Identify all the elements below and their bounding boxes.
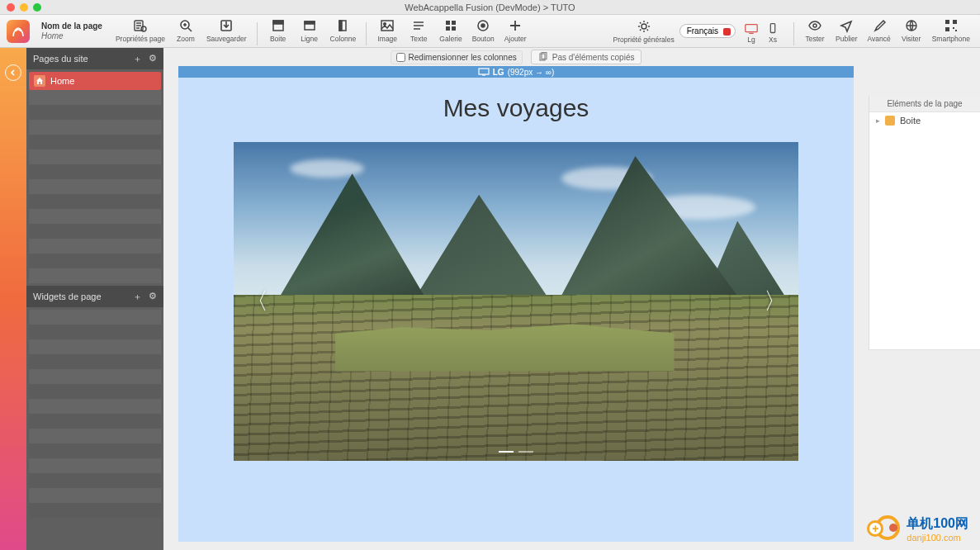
publish-icon: [839, 18, 854, 33]
svg-rect-27: [953, 27, 954, 29]
widgets-empty-rows: [29, 310, 161, 518]
svg-point-12: [384, 23, 386, 26]
svg-point-22: [813, 24, 817, 27]
svg-rect-8: [305, 21, 315, 24]
breakpoint-ruler[interactable]: LG (992px → ∞): [178, 66, 854, 78]
qr-icon: [944, 18, 959, 33]
box-element-icon: [885, 116, 895, 126]
add-page-icon[interactable]: ＋: [133, 53, 142, 65]
svg-rect-25: [953, 20, 957, 24]
line-button[interactable]: Ligne: [294, 18, 325, 43]
svg-rect-21: [770, 23, 774, 32]
resize-columns-toggle[interactable]: Redimensionner les colonnes: [391, 50, 523, 64]
svg-rect-28: [955, 30, 957, 31]
page-properties-button[interactable]: Propriétés page: [111, 18, 170, 43]
main-toolbar: Nom de la page Home Propriétés page Zoom…: [0, 15, 980, 48]
page-item-home[interactable]: Home: [29, 72, 161, 90]
collapse-sidebar-button[interactable]: [5, 64, 21, 81]
watermark: + 单机100网 danji100.com: [867, 514, 968, 543]
box-icon: [271, 18, 286, 33]
svg-rect-26: [945, 27, 949, 31]
device-lg-button[interactable]: Lg: [744, 22, 759, 44]
app-logo-icon: [5, 18, 31, 45]
zoom-button[interactable]: Zoom: [170, 18, 201, 43]
svg-point-18: [481, 24, 485, 27]
gallery-icon: [443, 18, 458, 33]
element-item-boite[interactable]: ▸ Boite: [869, 112, 980, 129]
gallery-element[interactable]: 〈 〉: [234, 142, 798, 461]
elements-panel-header: Eléments de la page: [869, 96, 980, 112]
general-properties-button[interactable]: Propriété générales: [608, 19, 679, 44]
globe-icon: [904, 18, 919, 33]
canvas-area: Redimensionner les colonnes Pas d'élémen…: [163, 48, 980, 550]
svg-rect-0: [7, 20, 30, 43]
monitor-icon: [478, 68, 490, 76]
svg-rect-31: [479, 69, 489, 74]
button-icon: [476, 18, 490, 33]
page-heading[interactable]: Mes voyages: [443, 94, 589, 122]
window-titlebar: WebAcappella Fusion (DevMode) > TUTO: [0, 0, 980, 15]
box-button[interactable]: Boite: [263, 18, 294, 43]
pages-list: Home: [26, 69, 163, 286]
widgets-panel-header: Widgets de page ＋ ⚙: [26, 286, 163, 307]
left-sidebar: Pages du site ＋ ⚙ Home Widgets de page ＋…: [26, 48, 163, 550]
svg-rect-24: [945, 20, 949, 24]
toolbar-separator: [366, 22, 367, 45]
gear-icon: [637, 19, 651, 34]
visit-button[interactable]: Visiter: [896, 18, 927, 43]
eye-icon: [807, 18, 822, 33]
page-name-label: Nom de la page: [41, 21, 102, 31]
svg-point-19: [641, 24, 646, 29]
device-xs-button[interactable]: Xs: [765, 22, 780, 44]
minimize-icon[interactable]: [20, 3, 28, 12]
brush-icon: [872, 18, 887, 33]
maximize-icon[interactable]: [33, 3, 41, 12]
svg-rect-14: [452, 21, 456, 25]
image-icon: [380, 18, 395, 33]
left-rail: [0, 48, 26, 550]
svg-rect-16: [452, 26, 456, 31]
advanced-button[interactable]: Avancé: [862, 18, 895, 43]
gallery-next-button[interactable]: 〉: [757, 279, 793, 324]
add-button[interactable]: Ajouter: [499, 18, 532, 43]
toolbar-separator: [257, 22, 258, 45]
right-sidebar: Eléments de la page ▸ Boite: [869, 96, 980, 350]
smartphone-button[interactable]: Smartphone: [927, 18, 975, 43]
pages-empty-rows: [29, 90, 161, 283]
pages-panel-header: Pages du site ＋ ⚙: [26, 48, 163, 69]
button-button[interactable]: Bouton: [467, 18, 499, 43]
gallery-button[interactable]: Galerie: [434, 18, 466, 43]
save-button[interactable]: Sauvegarder: [201, 18, 252, 43]
expand-icon[interactable]: ▸: [876, 116, 880, 125]
publish-button[interactable]: Publier: [831, 18, 862, 43]
svg-rect-11: [381, 21, 393, 31]
plus-icon: [508, 18, 523, 33]
text-button[interactable]: Texte: [403, 18, 434, 43]
add-widget-icon[interactable]: ＋: [133, 291, 142, 303]
widget-settings-icon[interactable]: ⚙: [149, 291, 157, 303]
toolbar-separator: [793, 22, 794, 45]
column-icon: [335, 18, 350, 33]
page-settings-icon[interactable]: ⚙: [149, 53, 157, 65]
svg-rect-15: [446, 26, 450, 31]
zoom-icon: [178, 18, 193, 33]
language-selector[interactable]: Français: [679, 24, 736, 38]
widgets-list: [26, 307, 163, 550]
gallery-prev-button[interactable]: 〈: [239, 279, 275, 324]
line-icon: [302, 18, 317, 33]
gallery-indicators[interactable]: [499, 451, 533, 453]
text-icon: [411, 18, 426, 33]
svg-point-2: [141, 26, 146, 31]
column-button[interactable]: Colonne: [325, 18, 362, 43]
svg-rect-10: [339, 21, 342, 31]
page-name-block: Nom de la page Home: [33, 21, 111, 41]
page-surface[interactable]: Mes voyages 〈 〉: [178, 78, 854, 542]
svg-rect-13: [446, 21, 450, 25]
test-button[interactable]: Tester: [799, 18, 831, 43]
svg-rect-6: [273, 21, 283, 24]
save-icon: [219, 18, 234, 33]
close-icon[interactable]: [7, 3, 15, 12]
watermark-icon: +: [867, 514, 900, 543]
image-button[interactable]: Image: [372, 18, 403, 43]
home-icon: [34, 75, 45, 87]
